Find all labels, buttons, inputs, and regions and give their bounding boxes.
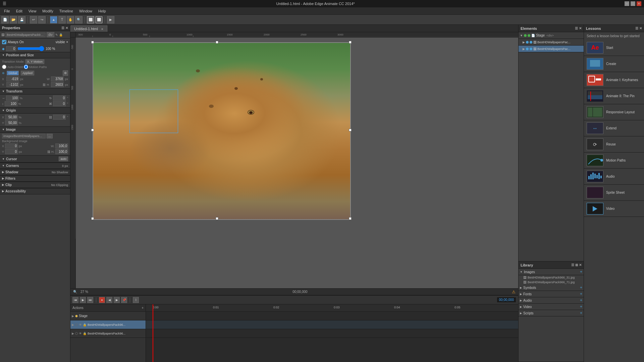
lesson-motion[interactable]: Motion Paths xyxy=(584,153,644,169)
position-size-header[interactable]: ▼ Position and Size xyxy=(0,52,70,58)
global-button[interactable]: Global xyxy=(7,71,19,75)
lib-section-video[interactable]: ▶ Video + xyxy=(519,304,584,310)
tl-go-end[interactable]: ⏭ xyxy=(87,297,93,303)
rotate-input[interactable] xyxy=(53,96,66,101)
lib-image-1[interactable]: 🖼 BestHDWallpapersPack966_71.jpg xyxy=(519,280,584,285)
library-expand-icon[interactable]: ⊞ xyxy=(575,263,578,267)
bg-x-input[interactable] xyxy=(5,143,18,148)
tl-1-lock[interactable]: 🔒 xyxy=(83,323,87,326)
panel-menu-icon[interactable]: ☰ xyxy=(61,26,64,30)
lesson-start[interactable]: Ae Start xyxy=(584,40,644,56)
tl-2-lock[interactable]: 🔒 xyxy=(83,332,87,335)
tl-expand-1[interactable]: ▶ xyxy=(72,323,74,326)
tl-easing[interactable]: ⌇ xyxy=(133,297,139,303)
audio-add-icon[interactable]: + xyxy=(580,298,582,303)
menu-timeline[interactable]: Timeline xyxy=(57,8,76,14)
handle-bc[interactable] xyxy=(216,217,218,220)
lesson-animate2[interactable]: Animate II: The Pin xyxy=(584,88,644,104)
tl-prev-key[interactable]: ◀ xyxy=(106,297,112,303)
elem-edit-icon[interactable]: ✎ xyxy=(55,33,58,37)
opacity-slider[interactable] xyxy=(17,47,44,51)
tl-time-input[interactable]: 00;00,000 xyxy=(497,297,517,303)
handle-mr[interactable] xyxy=(349,129,352,131)
corners-header[interactable]: ▼ Corners 0 px xyxy=(0,163,70,169)
handle-ml[interactable] xyxy=(91,129,94,131)
tl-expand-stage[interactable]: ▶ xyxy=(72,314,74,318)
bg-w-input[interactable] xyxy=(55,143,68,148)
lib-section-symbols[interactable]: ▶ Symbols + xyxy=(519,285,584,291)
handle-tl[interactable] xyxy=(91,41,94,44)
close-button[interactable]: ✕ xyxy=(637,1,641,6)
lib-section-audio[interactable]: ▶ Audio + xyxy=(519,297,584,304)
rounded-rect-tool[interactable]: ⬜ xyxy=(95,16,103,23)
always-on-checkbox[interactable] xyxy=(2,40,6,44)
tl-next-key[interactable]: ▶ xyxy=(114,297,120,303)
open-button[interactable]: 📂 xyxy=(10,16,17,23)
lessons-menu-icon[interactable]: ☰ xyxy=(635,26,638,30)
auto-orient-radio[interactable] xyxy=(2,65,6,69)
image-path-input[interactable] xyxy=(2,134,46,138)
elements-stage-row[interactable]: ▼ 📄 Stage <div> xyxy=(519,32,584,39)
lesson-extend[interactable]: ↔ Extend xyxy=(584,120,644,136)
tl-2-eye[interactable]: 👁 xyxy=(79,332,82,335)
lib-section-images[interactable]: ▼ Images + xyxy=(519,269,584,275)
save-button[interactable]: 💾 xyxy=(18,16,25,23)
tl-layer-1[interactable]: ▶ 👁 🔒 BestHDWallpapersPack96... xyxy=(70,320,146,329)
handle-br[interactable] xyxy=(349,217,352,220)
w-input[interactable] xyxy=(51,76,64,81)
transform-header[interactable]: ▼ Transform xyxy=(0,88,70,95)
y-input[interactable] xyxy=(6,82,19,87)
skew-input[interactable] xyxy=(53,101,66,106)
scale-y-input[interactable] xyxy=(5,101,17,106)
menu-window[interactable]: Window xyxy=(76,8,95,14)
menu-file[interactable]: File xyxy=(1,8,13,14)
bg-y-input[interactable] xyxy=(5,149,18,154)
accessibility-header[interactable]: ▶ Accessibility xyxy=(0,188,70,194)
undo-button[interactable]: ↩ xyxy=(30,16,37,23)
x-input[interactable] xyxy=(6,76,19,81)
image-header[interactable]: ▼ Image xyxy=(0,126,70,133)
lib-section-fonts[interactable]: ▶ Fonts + xyxy=(519,291,584,297)
text-tool[interactable]: T xyxy=(58,16,66,23)
tl-pin[interactable]: 📌 xyxy=(121,297,127,303)
preview-button[interactable]: ▶ xyxy=(107,16,114,23)
bg-h-input[interactable] xyxy=(55,149,68,154)
tl-1-eye[interactable]: 👁 xyxy=(79,323,82,326)
lesson-video[interactable]: Video xyxy=(584,201,644,217)
lesson-sprite[interactable]: Sprite Sheet xyxy=(584,185,644,201)
symbols-add-icon[interactable]: + xyxy=(580,285,582,290)
lesson-audio[interactable]: Audio xyxy=(584,169,644,185)
images-add-icon[interactable]: + xyxy=(580,269,582,274)
tl-layer-stage[interactable]: ▶ Stage xyxy=(70,312,146,320)
cursor-auto-button[interactable]: auto xyxy=(59,157,68,161)
stage-expand-icon[interactable]: ▼ xyxy=(520,34,523,37)
stage-canvas[interactable] xyxy=(76,38,518,288)
hand-tool[interactable]: ✋ xyxy=(67,16,74,23)
handle-bl[interactable] xyxy=(91,217,94,220)
scripts-add-icon[interactable]: + xyxy=(580,311,582,315)
clip-header[interactable]: ▶ Clip No Clipping xyxy=(0,182,70,188)
element-name-input[interactable] xyxy=(5,33,46,37)
rect-tool[interactable]: ⬜ xyxy=(87,16,94,23)
position-settings-icon[interactable]: ⚙ xyxy=(63,70,68,76)
new-button[interactable]: 📄 xyxy=(1,16,9,23)
elements-close-icon[interactable]: ✕ xyxy=(579,26,582,30)
lessons-close-icon[interactable]: ✕ xyxy=(639,26,642,30)
zoom-tool[interactable]: 🔍 xyxy=(75,16,83,23)
library-menu-icon[interactable]: ☰ xyxy=(571,263,574,267)
panel-close-icon[interactable]: ✕ xyxy=(65,26,68,30)
origin-y-input[interactable] xyxy=(5,120,18,125)
motion-paths-radio[interactable] xyxy=(24,65,28,69)
origin-x-input[interactable] xyxy=(5,115,18,120)
lesson-reuse[interactable]: ⟳ Reuse xyxy=(584,136,644,153)
handle-tr[interactable] xyxy=(349,41,352,44)
tl-record[interactable]: ● xyxy=(99,297,105,303)
opacity-value-input[interactable] xyxy=(6,46,16,51)
tl-expand-2[interactable]: ▶ xyxy=(72,332,74,335)
image-browse-button[interactable]: ... xyxy=(47,134,53,138)
elements-item-0[interactable]: ▶ 🖼 BestHDWallpapersPac... xyxy=(519,39,584,46)
video-add-icon[interactable]: + xyxy=(580,304,582,309)
lesson-create[interactable]: Create xyxy=(584,56,644,72)
applied-button[interactable]: Applied xyxy=(21,71,34,75)
tl-layer-2[interactable]: ▶ 👁 🔒 BestHDWallpapersPack96... xyxy=(70,329,146,338)
